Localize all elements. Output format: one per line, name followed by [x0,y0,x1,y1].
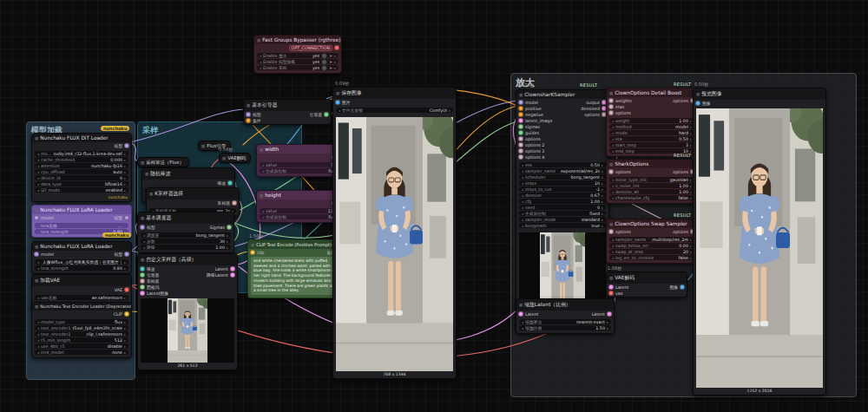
widget-row[interactable]: noise_type_initgaussian [609,177,694,182]
node-clownoptions-detail-boost[interactable]: ClownOptions Detail Boost weights etas o… [606,88,698,157]
group-toggle-row[interactable]: Enable 放大yes➤ [257,53,339,58]
node-title[interactable]: ClownOptions Swap Sampler [607,219,697,228]
widget-row[interactable]: 调度器bong_tangent [141,232,231,238]
widget-row[interactable]: sampler_nameexponential/res_2s [519,168,606,173]
input-clip[interactable]: clip [250,250,264,255]
output-denoised-latent[interactable]: 降噪Latent [207,272,235,278]
input-model[interactable]: model [518,100,552,105]
output-options[interactable]: options [581,112,607,117]
output-denoised[interactable]: denoised [581,106,607,111]
widget-row[interactable]: steps_to_run-1 [519,186,606,192]
group-toggle-row[interactable]: Enable 模型加载yes➤ [257,59,339,64]
node-sampler-algo-collapsed[interactable]: 采样算法（Flux） [137,157,189,167]
prompt-textarea[interactable]: and white checkered dress with puffed sl… [251,257,341,295]
node-title[interactable]: 加载VAE [32,275,131,286]
output-noise[interactable]: 噪波 [217,180,233,186]
node-title[interactable]: 自定义采样器（高级） [138,254,237,265]
widget-row[interactable]: sampler_namemultistep/res_2m [609,237,694,242]
node-title[interactable]: 随机噪波 [142,168,234,180]
output-image[interactable]: 图像 [669,284,685,290]
goto-arrow-icon[interactable]: ➤ [329,66,332,70]
input-model[interactable]: 模型 [246,112,261,117]
widget-row[interactable]: denoise_alt1.00 [609,189,694,194]
widget-row[interactable]: methodmodel [609,124,694,129]
input-options[interactable]: options [608,169,631,174]
input-guider[interactable]: 引导器 [140,272,168,278]
widget-row[interactable]: lora_strength0.80 [35,265,128,271]
input-latent-image[interactable]: Latent图像 [140,291,168,296]
widget-row[interactable]: 步数30 [141,239,231,244]
node-title[interactable]: VAE解码 [607,272,687,284]
output-sigmas[interactable]: Sigmas [209,225,232,230]
node-title[interactable]: Nunchaku Text Encoder Loader (Deprecated… [32,303,131,311]
widget-row[interactable]: cache_threshold0.000 [35,157,128,162]
widget-row[interactable]: schedulerbong_tangent [519,174,606,180]
input-guides[interactable]: guides [518,130,552,135]
node-title[interactable]: ClownOptions Detail Boost [607,88,697,97]
input-vae[interactable]: vae [608,291,628,296]
output-model[interactable]: 模型 [114,252,129,257]
output-vae[interactable]: VAE [115,287,129,292]
widget-row[interactable]: bongmathtrue [519,223,606,228]
node-vae-decode-right[interactable]: VAE解码 Latent vae 图像 [606,271,687,298]
widget-row[interactable]: swap_below_err0.00 [609,243,694,248]
widget-row[interactable]: t5_min_length512 [35,337,128,343]
widget-row[interactable]: seed0 [519,205,606,210]
widget-row[interactable]: cpu_offloadauto [35,169,128,174]
node-title[interactable]: Nunchaku FLUX LoRA Loader [32,242,131,251]
widget-row[interactable]: 人像Wflux_小红书类真实质感｜谷里图片｜容貌… [35,259,128,265]
toggle-icon[interactable] [321,59,327,65]
input-latent[interactable]: Latent [608,284,628,290]
input-model[interactable]: model [34,252,54,257]
widget-row[interactable]: 降噪1.00 [141,245,231,250]
node-latent-upscale-by[interactable]: 缩放Latent（比例） Latent Latent 缩放算法nearest-e… [516,298,615,334]
output-output[interactable]: output [581,100,607,105]
widget-row[interactable]: log_err_to_consolefalse [609,255,694,260]
output-opt-connection[interactable]: OPT_CONNECTION [289,45,339,50]
output-model[interactable]: 模型 [114,215,129,220]
widget-row[interactable]: steps10 [519,180,606,186]
widget-row[interactable]: data_typebfloat16 [35,181,128,186]
node-title[interactable]: Nunchaku FLUX LoRA Loader [32,206,131,214]
widget-row[interactable]: cfg1.00 [519,199,606,204]
widget-row[interactable]: vae名称ae.safetensors [35,295,128,300]
input-image[interactable]: 图片 [335,100,351,105]
node-basic-scheduler[interactable]: 基本调度器 模型 Sigmas 调度器bong_tangent步数30降噪1.0… [137,212,234,253]
widget-row[interactable]: model_typeflux [35,319,128,324]
node-title[interactable]: 预览图像 [694,88,825,100]
widget-row[interactable]: denoise0.67 [519,193,606,198]
output-latent[interactable]: Latent [592,311,612,317]
node-title[interactable]: Nunchaku FLUX DiT Loader [32,134,131,142]
input-conditioning[interactable]: 条件 [246,118,261,123]
widget-row[interactable]: weight1.00 [609,118,694,123]
widget-row[interactable]: use_4bit_t5disable [35,343,128,349]
node-fast-groups-bypasser[interactable]: Fast Groups Bypasser (rgthree)✕ OPT_CONN… [253,35,342,74]
input-etas[interactable]: etas [608,104,632,109]
input-sigmas[interactable]: sigmas [518,124,552,129]
toggle-icon[interactable] [321,65,327,71]
node-graph-canvas[interactable]: 模型加载 采样 放大 nunchaku Nunchaku FLUX DiT Lo… [0,0,868,412]
node-title[interactable]: SharkOptions [607,160,697,168]
widget-row[interactable]: sampler_modestandard [519,217,606,222]
node-clownshark-sampler[interactable]: ClownsharKSampler model positive negativ… [516,89,609,329]
node-title[interactable]: 保存图像 [333,88,456,99]
input-options[interactable]: options [608,229,631,234]
input-options[interactable]: options [518,136,552,141]
input-latent[interactable]: Latent [518,311,538,317]
input-options-2[interactable]: options 2 [518,142,552,147]
widget-row[interactable]: eta0.50 [609,136,694,141]
widget-row[interactable]: eta0.50 [519,162,606,167]
group-toggle-row[interactable]: Enable 采样yes➤ [257,65,339,70]
widget-row[interactable]: start_step3 [609,142,694,147]
goto-arrow-icon[interactable]: ➤ [329,54,332,58]
node-preview-image[interactable]: 预览图像 图像 1152 x 2016 [693,88,826,396]
widget-row[interactable]: modehard [609,130,694,135]
node-title[interactable]: ClownsharKSampler [516,90,608,99]
widget-row[interactable]: attentionnunchaku-fp16 [35,163,128,168]
node-clip-text-encode[interactable]: CLIP Text Encode (Positive Prompt) clip … [247,239,345,298]
widget-row[interactable]: i2f_modeenabled [35,187,128,193]
node-sampler-custom-advanced[interactable]: 自定义采样器（高级） 噪波 引导器 采样器 西格玛 Latent图像 Laten… [137,253,238,370]
node-basic-guider[interactable]: 基本引导器 模型 条件 引导器 [243,99,332,125]
node-title[interactable]: K采样器选择 [147,188,239,199]
input-options-3[interactable]: options 3 [518,148,552,154]
